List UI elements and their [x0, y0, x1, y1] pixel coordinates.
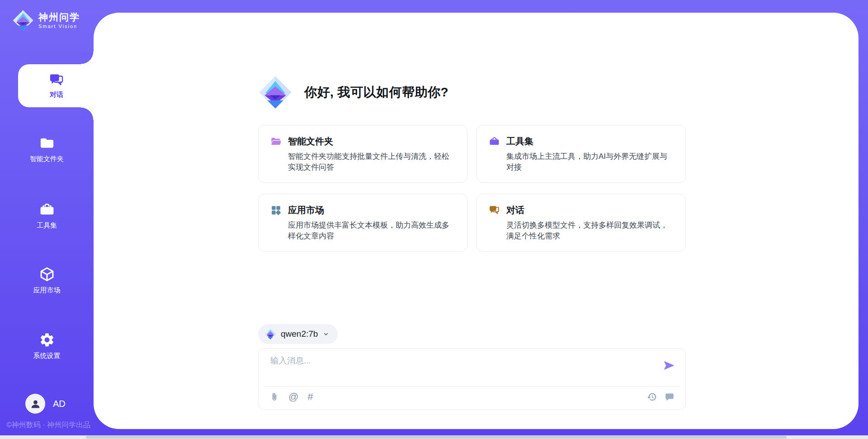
card-description: 灵活切换多模型文件，支持多样回复效果调试，满足个性化需求	[506, 220, 674, 242]
card-title: 工具集	[506, 135, 533, 148]
model-name: qwen2:7b	[281, 329, 318, 339]
sidebar-item-smart-folder[interactable]: 智能文件夹	[0, 135, 94, 163]
card-title: 应用市场	[288, 204, 324, 216]
card-header: 智能文件夹	[270, 135, 455, 148]
card-app-market[interactable]: 应用市场 应用市场提供丰富长文本模板，助力高效生成多样化文章内容	[258, 194, 467, 252]
composer-divider	[263, 386, 681, 387]
card-chat[interactable]: 对话 灵活切换多模型文件，支持多样回复效果调试，满足个性化需求	[476, 194, 686, 252]
sidebar-item-toolset[interactable]: 工具集	[0, 201, 94, 230]
card-title: 智能文件夹	[288, 135, 333, 148]
sidebar-item-app-market[interactable]: 应用市场	[0, 266, 94, 295]
sidebar: 神州问学 Smart Vision 对话 智能文件夹 工具集 应用市场 系统设置	[0, 0, 94, 439]
sidebar-item-label: 智能文件夹	[30, 155, 64, 163]
gear-icon	[39, 332, 55, 348]
sidebar-item-label: 工具集	[37, 221, 57, 230]
model-selector[interactable]: qwen2:7b	[258, 324, 338, 344]
active-item-notch-top	[81, 52, 94, 64]
chat-icon	[49, 72, 64, 88]
card-header: 工具集	[489, 135, 674, 148]
sidebar-item-label: 应用市场	[33, 286, 61, 295]
composer: @ #	[258, 348, 686, 410]
active-item-notch-bottom	[81, 107, 94, 120]
greeting: 你好, 我可以如何帮助你?	[258, 75, 448, 110]
composer-tools-right	[647, 392, 675, 402]
paperclip-icon[interactable]	[269, 392, 279, 402]
model-logo-icon	[264, 328, 276, 340]
chat-icon	[489, 205, 500, 216]
history-icon[interactable]	[647, 392, 657, 402]
main-panel: 你好, 我可以如何帮助你? 智能文件夹 智能文件夹功能支持批量文件上传与清洗，轻…	[94, 13, 859, 429]
sidebar-item-label: 系统设置	[33, 352, 61, 360]
feature-cards: 智能文件夹 智能文件夹功能支持批量文件上传与清洗，轻松实现文件问答 工具集 集成…	[258, 125, 686, 252]
user-profile[interactable]: AD	[25, 394, 66, 414]
card-header: 对话	[489, 204, 674, 216]
chat-bubble-icon[interactable]	[665, 392, 675, 402]
toolbox-icon	[39, 201, 55, 218]
brand-name: 神州问学	[38, 12, 80, 23]
app-window: 你好, 我可以如何帮助你? 智能文件夹 智能文件夹功能支持批量文件上传与清洗，轻…	[0, 0, 868, 439]
sidebar-item-chat[interactable]: 对话	[18, 64, 95, 107]
card-description: 智能文件夹功能支持批量文件上传与清洗，轻松实现文件问答	[288, 151, 455, 173]
grid-cube-icon	[270, 205, 282, 216]
brand-logo-icon	[12, 10, 34, 31]
person-icon	[29, 398, 42, 410]
cube-icon	[39, 266, 55, 282]
send-icon[interactable]	[663, 359, 675, 372]
main-content: 你好, 我可以如何帮助你? 智能文件夹 智能文件夹功能支持批量文件上传与清洗，轻…	[258, 13, 686, 429]
chevron-down-icon	[322, 330, 330, 338]
card-title: 对话	[506, 204, 524, 216]
avatar	[25, 394, 45, 414]
card-description: 应用市场提供丰富长文本模板，助力高效生成多样化文章内容	[288, 220, 455, 242]
folder-icon	[39, 135, 55, 151]
greeting-text: 你好, 我可以如何帮助你?	[304, 84, 448, 101]
horizontal-scrollbar[interactable]	[0, 435, 868, 439]
sidebar-item-label: 对话	[50, 91, 63, 99]
toolbox-icon	[489, 136, 500, 147]
card-description: 集成市场上主流工具，助力AI与外界无缝扩展与对接	[506, 151, 674, 173]
sidebar-item-settings[interactable]: 系统设置	[0, 332, 94, 360]
brand: 神州问学 Smart Vision	[12, 10, 80, 31]
message-input[interactable]	[269, 355, 606, 366]
assistant-logo-icon	[258, 75, 292, 110]
brand-subtitle: Smart Vision	[38, 24, 80, 29]
brand-text: 神州问学 Smart Vision	[38, 12, 80, 29]
mention-icon[interactable]: @	[288, 392, 298, 402]
card-header: 应用市场	[270, 204, 455, 216]
scrollbar-thumb[interactable]	[86, 436, 787, 439]
card-toolset[interactable]: 工具集 集成市场上主流工具，助力AI与外界无缝扩展与对接	[476, 125, 686, 183]
card-smart-folder[interactable]: 智能文件夹 智能文件夹功能支持批量文件上传与清洗，轻松实现文件问答	[258, 125, 467, 183]
folder-open-icon	[270, 136, 282, 147]
composer-tools-left: @ #	[269, 392, 313, 402]
footer-credit: ©神州数码 · 神州问学出品	[6, 420, 90, 430]
hashtag-icon[interactable]: #	[307, 392, 313, 402]
user-name: AD	[53, 399, 66, 409]
